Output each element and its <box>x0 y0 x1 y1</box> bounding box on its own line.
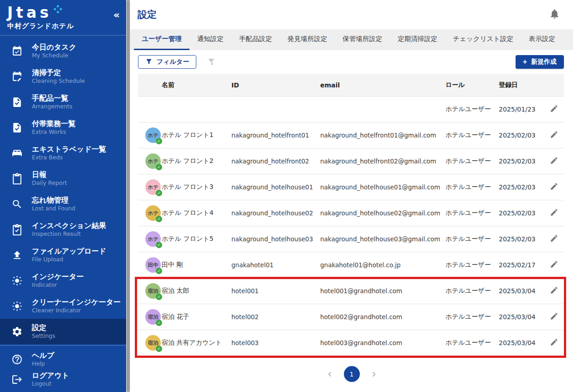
edit-user-button[interactable] <box>548 258 560 272</box>
sidebar-item-text: 設定Settings <box>32 323 55 340</box>
edit-user-button[interactable] <box>548 232 560 246</box>
user-id: hotel002 <box>231 313 320 321</box>
sidebar-item-my-schedule[interactable]: 今日のタスクMy Schedule <box>0 38 126 64</box>
next-page-button[interactable] <box>370 370 378 378</box>
collapse-sidebar-button[interactable]: « <box>113 9 120 20</box>
sidebar-item-title: 付帯業務一覧 <box>32 119 76 128</box>
sidebar-item-arrangements[interactable]: 手配品一覧Arrangements <box>0 89 126 115</box>
avatar: ホテ✓ <box>145 231 161 247</box>
avatar-cell: 宿泊✓ <box>145 283 162 299</box>
user-id: nakaground_hotelfront02 <box>231 158 320 165</box>
sidebar-item-subtitle: Extra Works <box>32 128 76 136</box>
sidebar-item-subtitle: My Schedule <box>32 52 77 59</box>
edit-user-button[interactable] <box>548 310 560 324</box>
sidebar-item-help[interactable]: ヘルプHelp <box>0 349 126 369</box>
clipboard-check-icon <box>11 224 23 235</box>
edit-user-button[interactable] <box>548 206 560 220</box>
user-name: ホテル フロント4 <box>162 209 231 217</box>
pencil-icon <box>550 260 558 270</box>
user-role: ホテルユーザー <box>445 261 499 269</box>
calendar-check-icon <box>11 46 23 57</box>
sidebar-item-subtitle: File Upload <box>32 256 106 263</box>
sidebar-item-text: インスペクション結果Inspection Result <box>32 221 106 238</box>
sidebar-item-title: 清掃予定 <box>32 68 85 77</box>
logout-icon <box>11 374 23 385</box>
registration-date: 2025/03/04 <box>499 339 544 346</box>
tab-7[interactable]: 表示設定 <box>521 29 563 50</box>
tab-4[interactable]: 保管場所設定 <box>335 29 390 50</box>
sidebar-item-indicator[interactable]: インジケーターIndicator <box>0 268 126 293</box>
table-header-row: 名前IDemailロール登録日 <box>138 74 564 97</box>
registration-date: 2025/03/04 <box>499 313 544 321</box>
tab-1[interactable]: 通知設定 <box>189 29 231 50</box>
verified-check-icon: ✓ <box>156 190 162 196</box>
edit-user-button[interactable] <box>548 336 560 350</box>
tab-2[interactable]: 手配品設定 <box>231 29 280 50</box>
tab-5[interactable]: 定期清掃設定 <box>390 29 445 50</box>
sidebar-item-text: ヘルプHelp <box>32 351 54 367</box>
current-page-button[interactable]: 1 <box>344 366 360 382</box>
table-row: ホテ✓ホテル フロント1nakaground_hotelfront01nakag… <box>138 122 564 148</box>
funnel-icon <box>145 58 153 66</box>
sidebar-item-text: 付帯業務一覧Extra Works <box>32 119 76 136</box>
sidebar-header: Jtas « 中村グランドホテル <box>0 0 126 36</box>
sidebar-item-title: インジケーター <box>32 272 84 281</box>
pencil-icon <box>550 312 558 322</box>
edit-user-button[interactable] <box>548 180 560 194</box>
edit-user-button[interactable] <box>548 128 560 142</box>
avatar: 宿泊✓ <box>145 309 161 325</box>
create-new-label: 新規作成 <box>531 58 557 66</box>
sidebar-item-subtitle: Lost and Found <box>32 205 75 212</box>
scrollbar-thumb[interactable] <box>127 0 130 392</box>
registration-date: 2025/02/03 <box>499 132 544 139</box>
funnel-off-icon[interactable] <box>207 57 216 66</box>
table-row: 宿泊✓宿泊 太郎hotel001hotel001@grandhotel.comホ… <box>138 278 564 304</box>
sidebar-item-subtitle: Arrangements <box>32 103 72 110</box>
column-header: 登録日 <box>499 81 544 89</box>
edit-user-button[interactable] <box>548 284 560 298</box>
sidebar-item-extra-works[interactable]: 付帯業務一覧Extra Works <box>0 115 126 140</box>
sidebar-item-cleaning-schedule[interactable]: 清掃予定Cleaning Schedule <box>0 64 126 89</box>
sidebar-item-text: 日報Daily Report <box>32 170 67 187</box>
avatar: 田中✓ <box>145 257 161 273</box>
avatar: 宿泊✓ <box>145 283 161 299</box>
registration-date: 2025/02/03 <box>499 235 544 243</box>
previous-page-button[interactable] <box>326 370 334 378</box>
user-role: ホテルユーザー <box>445 131 499 139</box>
sidebar-item-text: エキストラベッド一覧Extra Beds <box>32 145 106 161</box>
app-window: Jtas « 中村グランドホテル 今日のタスクMy Schedule清掃予定Cl… <box>0 0 573 392</box>
sidebar-item-daily-report[interactable]: 日報Daily Report <box>0 166 126 191</box>
sidebar-item-settings[interactable]: 設定Settings <box>0 319 126 344</box>
sidebar-item-inspection-result[interactable]: インスペクション結果Inspection Result <box>0 217 126 242</box>
sidebar-item-file-upload[interactable]: ファイルアップロードFile Upload <box>0 242 126 268</box>
user-role: ホテルユーザー <box>445 339 499 347</box>
sidebar-item-cleaner-indicator[interactable]: クリーナーインジケーターCleaner Indicator <box>0 293 126 319</box>
avatar: ホテ✓ <box>145 179 161 195</box>
registration-date: 2025/02/03 <box>499 209 544 217</box>
sidebar-item-subtitle: Cleaner Indicator <box>32 307 121 314</box>
bell-icon[interactable] <box>549 8 560 21</box>
tab-3[interactable]: 発見場所設定 <box>280 29 335 50</box>
user-name: 田中 剛 <box>162 261 231 269</box>
tab-0[interactable]: ユーザー管理 <box>134 29 189 50</box>
table-row: 宿泊✓宿泊 共有アカウントhotel003hotel003@grandhotel… <box>138 330 564 356</box>
edit-user-button[interactable] <box>548 154 560 168</box>
avatar-cell: 田中✓ <box>145 257 162 273</box>
registration-date: 2025/02/03 <box>499 158 544 165</box>
create-new-button[interactable]: + 新規作成 <box>516 55 564 69</box>
filter-button[interactable]: フィルター <box>138 55 196 69</box>
sidebar-item-logout[interactable]: ログアウトLogout <box>0 369 126 389</box>
sidebar-item-extra-beds[interactable]: エキストラベッド一覧Extra Beds <box>0 140 126 166</box>
avatar: ホテ✓ <box>145 205 161 221</box>
registration-date: 2025/02/17 <box>499 261 544 269</box>
user-id: nakaground_hotelfront01 <box>231 132 320 139</box>
avatar-cell: ホテ✓ <box>145 127 162 143</box>
tab-6[interactable]: チェックリスト設定 <box>445 29 521 50</box>
vertical-scrollbar[interactable] <box>126 0 130 392</box>
edit-user-button[interactable] <box>548 102 560 116</box>
sidebar-item-lost-and-found[interactable]: 忘れ物管理Lost and Found <box>0 191 126 217</box>
sidebar-item-text: インジケーターIndicator <box>32 272 84 289</box>
doc-check-icon <box>11 122 23 133</box>
user-email: nakaground_hotelhouse01@gmail.com <box>320 183 445 191</box>
sidebar-item-text: 今日のタスクMy Schedule <box>32 43 77 59</box>
